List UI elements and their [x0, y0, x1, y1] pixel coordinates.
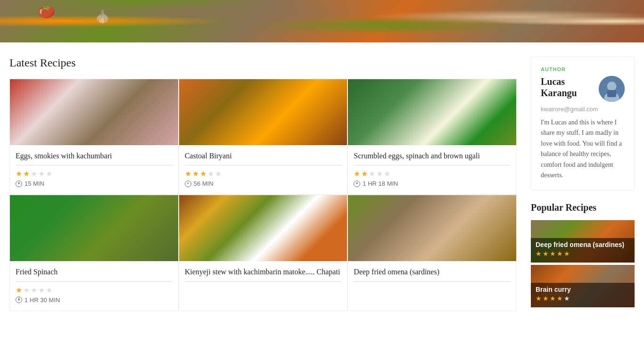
sidebar: AUTHOR LucasKarangu — [531, 57, 635, 311]
recipe-card[interactable]: Kienyeji stew with kachimbarin matoke...… — [179, 195, 348, 311]
star-empty: ★ — [384, 169, 390, 178]
recipe-divider — [16, 165, 173, 165]
recipe-card-content: Eggs, smokies with kachumbari ★★★★★ 15 M… — [10, 151, 178, 187]
recipe-card[interactable]: Deep fried omena (sardines) — [347, 195, 517, 311]
clock-icon — [185, 181, 191, 187]
author-label: AUTHOR — [541, 66, 625, 72]
recipe-card[interactable]: Fried Spinach ★★★★★ 1 HR 30 MIN — [9, 195, 179, 311]
star-empty: ★ — [215, 169, 222, 178]
star: ★ — [536, 295, 542, 303]
recipe-divider — [16, 281, 173, 282]
star-filled: ★ — [192, 169, 199, 178]
star-empty: ★ — [23, 286, 30, 295]
latest-recipes-title: Latest Recipes — [9, 57, 517, 69]
star-filled: ★ — [354, 169, 360, 178]
star-empty: ★ — [369, 169, 375, 178]
star-filled: ★ — [23, 169, 30, 178]
star-empty: ★ — [31, 286, 37, 295]
recipe-card[interactable]: Scrumbled eggs, spinach and brown ugali … — [347, 79, 517, 195]
clock-icon — [16, 296, 22, 303]
recipe-divider — [185, 281, 342, 282]
author-name: LucasKarangu — [541, 76, 577, 99]
popular-overlay: Deep fried omena (sardines) ★★★★★ — [531, 238, 635, 263]
recipe-image — [10, 79, 178, 145]
star: ★ — [557, 250, 563, 258]
author-header: LucasKarangu — [541, 76, 625, 102]
recipe-divider — [354, 165, 511, 165]
recipe-time: 1 HR 30 MIN — [16, 296, 173, 304]
star: ★ — [564, 250, 570, 258]
recipe-card-content: Kienyeji stew with kachimbarin matoke...… — [179, 267, 347, 281]
star: ★ — [543, 250, 549, 258]
popular-overlay: Brain curry ★★★★★ — [531, 283, 635, 307]
time-label: 1 HR 18 MIN — [363, 180, 398, 187]
recipe-title: Kienyeji stew with kachimbarin matoke...… — [185, 267, 342, 277]
star-empty: ★ — [376, 169, 383, 178]
time-label: 1 HR 30 MIN — [25, 296, 60, 304]
avatar — [599, 76, 625, 102]
time-label: 56 MIN — [194, 180, 214, 187]
hero-banner: 🍅 🧄 — [0, 0, 644, 42]
star-filled: ★ — [361, 169, 368, 178]
recipe-card-content: Castoal Biryani ★★★★★ 56 MIN — [179, 151, 347, 187]
popular-recipe-name: Deep fried omena (sardines) — [536, 241, 630, 248]
recipe-title: Eggs, smokies with kachumbari — [16, 151, 173, 161]
clock-icon — [16, 181, 22, 187]
recipes-section: Latest Recipes Eggs, smokies with kachum… — [9, 57, 517, 311]
star: ★ — [543, 295, 549, 303]
recipes-grid: Eggs, smokies with kachumbari ★★★★★ 15 M… — [9, 79, 517, 311]
recipe-image — [10, 195, 178, 261]
popular-stars: ★★★★★ — [536, 295, 630, 303]
popular-recipes-title: Popular Recipes — [531, 202, 635, 213]
recipe-card[interactable]: Eggs, smokies with kachumbari ★★★★★ 15 M… — [9, 79, 179, 195]
popular-recipe-item[interactable]: Brain curry ★★★★★ — [531, 265, 635, 307]
star: ★ — [564, 295, 570, 303]
author-box: AUTHOR LucasKarangu — [531, 57, 635, 190]
recipe-time: 15 MIN — [16, 180, 173, 187]
popular-recipes-list: Deep fried omena (sardines) ★★★★★ Brain … — [531, 220, 635, 307]
star-filled: ★ — [16, 286, 22, 295]
author-bio: I'm Lucas and this is where I share my s… — [541, 117, 625, 181]
star: ★ — [550, 295, 556, 303]
star-empty: ★ — [207, 169, 214, 178]
star-filled: ★ — [200, 169, 206, 178]
star-filled: ★ — [185, 169, 191, 178]
popular-recipe-item[interactable]: Deep fried omena (sardines) ★★★★★ — [531, 220, 635, 263]
recipe-title: Deep fried omena (sardines) — [354, 267, 511, 277]
recipe-image — [179, 79, 347, 145]
recipe-card-content: Deep fried omena (sardines) — [348, 267, 516, 281]
recipe-card-content: Fried Spinach ★★★★★ 1 HR 30 MIN — [10, 267, 178, 303]
popular-stars: ★★★★★ — [536, 250, 630, 258]
star: ★ — [557, 295, 563, 303]
author-email: kwairore@gmail.com — [541, 106, 625, 113]
recipe-title: Castoal Biryani — [185, 151, 342, 161]
svg-point-1 — [607, 82, 617, 91]
recipe-title: Scrumbled eggs, spinach and brown ugali — [354, 151, 511, 161]
recipe-card-content: Scrumbled eggs, spinach and brown ugali … — [348, 151, 516, 187]
recipe-image — [179, 195, 347, 261]
star-empty: ★ — [38, 286, 45, 295]
time-label: 15 MIN — [25, 180, 44, 187]
star-empty: ★ — [46, 169, 52, 178]
popular-recipes-section: Popular Recipes Deep fried omena (sardin… — [531, 202, 635, 307]
recipe-divider — [185, 165, 342, 165]
recipe-time: 56 MIN — [185, 180, 342, 187]
star-filled: ★ — [16, 169, 22, 178]
recipe-image — [348, 195, 516, 261]
star-empty: ★ — [31, 169, 37, 178]
recipe-title: Fried Spinach — [16, 267, 173, 277]
star-empty: ★ — [38, 169, 45, 178]
clock-icon — [354, 181, 360, 187]
star-empty: ★ — [46, 286, 52, 295]
star: ★ — [550, 250, 556, 258]
recipe-time: 1 HR 18 MIN — [354, 180, 511, 187]
star: ★ — [536, 250, 542, 258]
popular-recipe-name: Brain curry — [536, 286, 630, 293]
svg-rect-3 — [607, 90, 616, 97]
recipe-card[interactable]: Castoal Biryani ★★★★★ 56 MIN — [179, 79, 348, 195]
recipe-image — [348, 79, 516, 145]
recipe-divider — [354, 281, 511, 282]
